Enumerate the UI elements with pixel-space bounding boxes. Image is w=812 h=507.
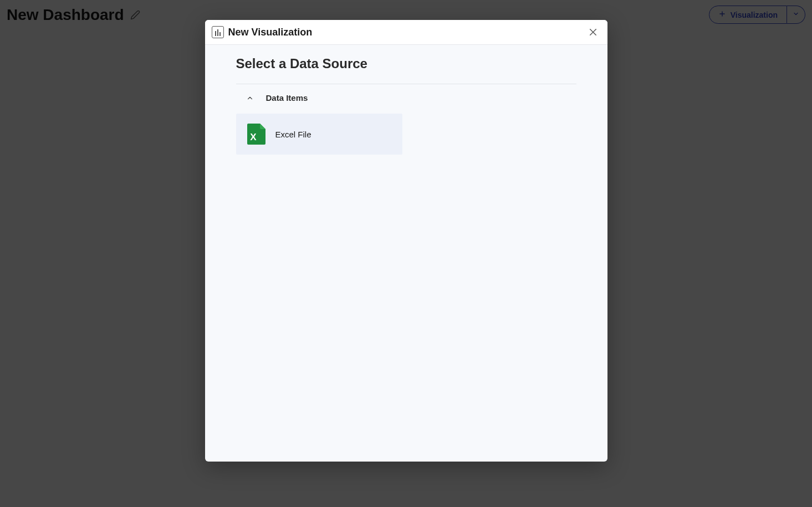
- chart-icon: [212, 26, 224, 38]
- section-divider: [236, 84, 576, 84]
- modal-section-title: Select a Data Source: [236, 56, 576, 71]
- modal-header-left: New Visualization: [212, 26, 313, 38]
- chevron-up-icon: [246, 94, 254, 102]
- modal-overlay[interactable]: New Visualization Select a Data Source D…: [0, 0, 812, 507]
- data-source-grid: X Excel File: [236, 114, 576, 155]
- modal-header: New Visualization: [205, 20, 607, 45]
- group-label: Data Items: [266, 93, 308, 103]
- data-items-group-header[interactable]: Data Items: [236, 86, 576, 109]
- close-modal-button[interactable]: [586, 25, 600, 39]
- excel-file-icon: X: [247, 124, 265, 145]
- modal-title: New Visualization: [228, 27, 313, 38]
- data-source-excel-file[interactable]: X Excel File: [236, 114, 402, 155]
- data-source-label: Excel File: [275, 130, 311, 139]
- modal-body: Select a Data Source Data Items X: [205, 45, 607, 462]
- svg-text:X: X: [250, 132, 257, 142]
- new-visualization-modal: New Visualization Select a Data Source D…: [205, 20, 607, 462]
